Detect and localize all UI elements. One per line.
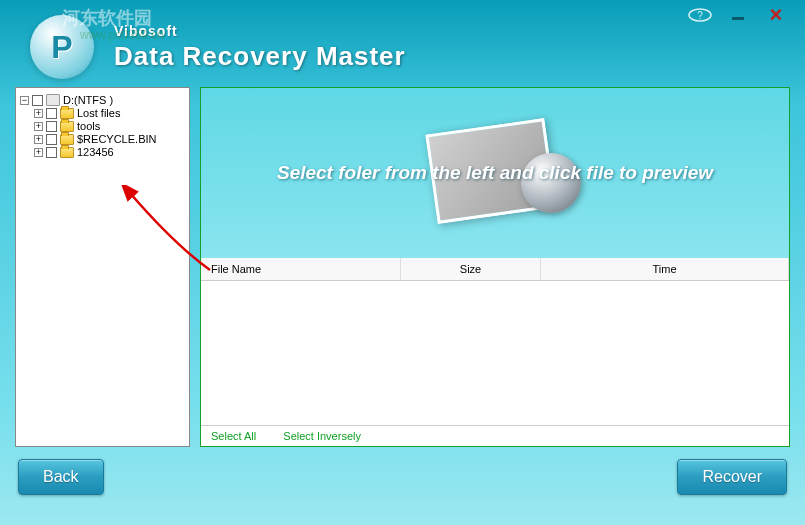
- close-button[interactable]: ×: [762, 6, 790, 24]
- svg-text:?: ?: [697, 10, 703, 21]
- titlebar: ? ×: [686, 0, 805, 30]
- expand-icon[interactable]: +: [34, 109, 43, 118]
- tree-item[interactable]: + Lost files: [34, 107, 185, 119]
- column-time[interactable]: Time: [541, 258, 789, 280]
- minimize-button[interactable]: [724, 6, 752, 24]
- preview-area: Select foler from the left and click fil…: [201, 88, 789, 258]
- drive-label[interactable]: D:(NTFS ): [63, 94, 113, 106]
- recover-button[interactable]: Recover: [677, 459, 787, 495]
- tree-item[interactable]: + 123456: [34, 146, 185, 158]
- column-filename[interactable]: File Name: [201, 258, 401, 280]
- folder-label[interactable]: 123456: [77, 146, 114, 158]
- expand-icon[interactable]: +: [34, 122, 43, 131]
- folder-label[interactable]: $RECYCLE.BIN: [77, 133, 156, 145]
- folder-tree[interactable]: − D:(NTFS ) + Lost files + tools + $RECY…: [15, 87, 190, 447]
- collapse-icon[interactable]: −: [20, 96, 29, 105]
- brand-name: Vibosoft: [114, 23, 406, 39]
- help-button[interactable]: ?: [686, 6, 714, 24]
- product-name: Data Recovery Master: [114, 41, 406, 72]
- footer: Back Recover: [0, 447, 805, 507]
- checkbox[interactable]: [46, 108, 57, 119]
- checkbox[interactable]: [46, 121, 57, 132]
- select-all-link[interactable]: Select All: [211, 430, 256, 442]
- table-body[interactable]: [201, 281, 789, 425]
- selection-bar: Select All Select Inversely: [201, 425, 789, 446]
- tree-root-drive[interactable]: − D:(NTFS ): [20, 94, 185, 106]
- checkbox[interactable]: [46, 147, 57, 158]
- folder-label[interactable]: tools: [77, 120, 100, 132]
- header: P Vibosoft Data Recovery Master: [0, 0, 805, 87]
- file-table: File Name Size Time: [201, 258, 789, 425]
- expand-icon[interactable]: +: [34, 135, 43, 144]
- folder-icon: [60, 134, 74, 145]
- folder-icon: [60, 108, 74, 119]
- table-header: File Name Size Time: [201, 258, 789, 281]
- select-inverse-link[interactable]: Select Inversely: [283, 430, 361, 442]
- folder-icon: [60, 121, 74, 132]
- folder-icon: [60, 147, 74, 158]
- tree-item[interactable]: + $RECYCLE.BIN: [34, 133, 185, 145]
- tree-item[interactable]: + tools: [34, 120, 185, 132]
- column-size[interactable]: Size: [401, 258, 541, 280]
- right-panel: Select foler from the left and click fil…: [200, 87, 790, 447]
- checkbox[interactable]: [46, 134, 57, 145]
- svg-rect-2: [732, 17, 744, 20]
- checkbox[interactable]: [32, 95, 43, 106]
- preview-hint-text: Select foler from the left and click fil…: [267, 162, 723, 184]
- app-logo: P: [30, 15, 94, 79]
- folder-label[interactable]: Lost files: [77, 107, 120, 119]
- expand-icon[interactable]: +: [34, 148, 43, 157]
- drive-icon: [46, 94, 60, 106]
- back-button[interactable]: Back: [18, 459, 104, 495]
